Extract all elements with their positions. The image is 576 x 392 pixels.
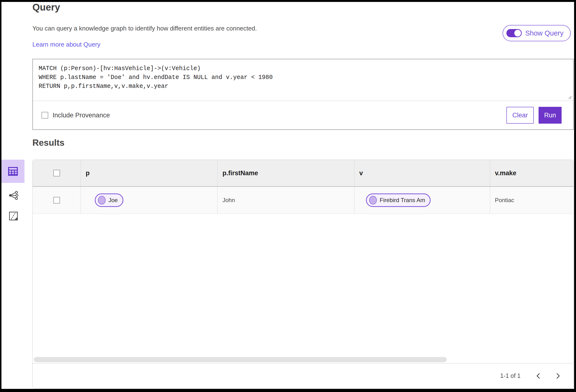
app-page: Query You can query a knowledge graph to… xyxy=(1,2,574,389)
view-network-button[interactable] xyxy=(7,189,20,202)
query-panel: MATCH (p:Person)-[hv:HasVehicle]->(v:Veh… xyxy=(32,59,574,130)
row-cell-p-firstname: John xyxy=(217,187,354,214)
show-query-toggle[interactable]: Show Query xyxy=(503,25,571,41)
select-all-checkbox[interactable] xyxy=(53,170,60,177)
vehicle-entity-pill[interactable]: Firebird Trans Am xyxy=(366,193,431,207)
results-table: p p.firstName v v.make Joe xyxy=(32,160,574,388)
column-label: p xyxy=(86,170,90,177)
run-button[interactable]: Run xyxy=(539,107,562,124)
include-provenance-label: Include Provenance xyxy=(53,112,110,119)
row-cell-v: Firebird Trans Am xyxy=(354,187,490,214)
entity-dot-icon xyxy=(369,196,377,205)
query-editor-wrap: MATCH (p:Person)-[hv:HasVehicle]->(v:Veh… xyxy=(33,59,573,101)
column-header-v[interactable]: v xyxy=(354,160,490,186)
column-label: p.firstName xyxy=(223,170,258,177)
column-label: v.make xyxy=(495,170,517,177)
column-header-v-make[interactable]: v.make xyxy=(490,160,573,186)
header-checkbox-cell xyxy=(33,160,81,186)
cell-value: Pontiac xyxy=(495,197,514,204)
person-entity-pill[interactable]: Joe xyxy=(95,193,123,207)
table-view-icon xyxy=(8,167,18,176)
pagination-range-label: 1-1 of 1 xyxy=(500,372,520,379)
clear-button[interactable]: Clear xyxy=(506,107,534,124)
horizontal-scrollbar[interactable] xyxy=(34,357,447,362)
column-header-p-firstname[interactable]: p.firstName xyxy=(217,160,354,186)
chevron-left-icon xyxy=(535,372,542,380)
results-title: Results xyxy=(32,138,64,148)
row-cell-p: Joe xyxy=(81,187,217,214)
resize-handle-icon[interactable] xyxy=(567,95,572,100)
query-code-input[interactable]: MATCH (p:Person)-[hv:HasVehicle]->(v:Veh… xyxy=(33,59,573,101)
page-title: Query xyxy=(32,2,60,13)
table-header-row: p p.firstName v v.make xyxy=(33,160,573,187)
toggle-on-icon[interactable] xyxy=(506,29,522,37)
include-provenance-checkbox[interactable] xyxy=(42,112,48,119)
row-checkbox-cell xyxy=(33,187,81,214)
learn-more-link[interactable]: Learn more about Query xyxy=(32,41,100,48)
table-empty-area xyxy=(33,214,573,363)
table-footer: 1-1 of 1 xyxy=(33,363,573,388)
map-view-icon xyxy=(8,211,19,221)
chevron-right-icon xyxy=(554,372,562,380)
cell-value: John xyxy=(223,197,235,204)
previous-page-button[interactable] xyxy=(532,369,545,383)
view-table-button[interactable] xyxy=(1,160,25,183)
row-select-checkbox[interactable] xyxy=(53,197,60,204)
column-header-p[interactable]: p xyxy=(81,160,217,186)
entity-label: Joe xyxy=(109,197,118,204)
query-description: You can query a knowledge graph to ident… xyxy=(32,25,257,32)
entity-dot-icon xyxy=(98,196,106,205)
table-row: Joe John Firebird Trans Am Pontiac xyxy=(33,187,573,214)
column-label: v xyxy=(359,170,363,177)
next-page-button[interactable] xyxy=(551,369,565,383)
row-cell-v-make: Pontiac xyxy=(490,187,573,214)
view-map-button[interactable] xyxy=(7,209,20,223)
entity-label: Firebird Trans Am xyxy=(380,197,425,204)
show-query-label: Show Query xyxy=(525,29,564,37)
query-actions-bar: Include Provenance Clear Run xyxy=(33,101,573,129)
toggle-knob xyxy=(514,30,521,36)
network-view-icon xyxy=(8,190,19,200)
